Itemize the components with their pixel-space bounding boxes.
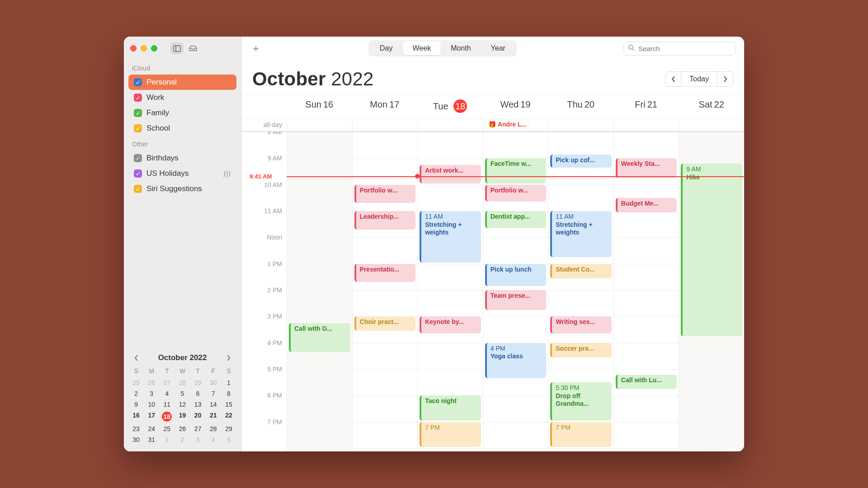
search-input[interactable]	[638, 45, 731, 52]
view-year[interactable]: Year	[481, 42, 515, 55]
day-col-tue[interactable]: Artist work...11 AMStretching + weightsK…	[417, 132, 483, 451]
checkbox-icon[interactable]: ✓	[134, 124, 142, 132]
checkbox-icon[interactable]: ✓	[134, 78, 142, 86]
day-col-mon[interactable]: Portfolio w...Leadership...Presentatio..…	[352, 132, 418, 451]
mini-day[interactable]: 10	[144, 399, 159, 410]
checkbox-icon[interactable]: ✓	[134, 169, 142, 178]
view-month[interactable]: Month	[441, 42, 481, 55]
event[interactable]: 11 AMStretching + weights	[550, 211, 612, 257]
mini-day[interactable]: 2	[175, 434, 190, 445]
allday-cell[interactable]	[613, 119, 679, 131]
day-col-wed[interactable]: FaceTime w...Portfolio w...Dentist app..…	[483, 132, 548, 451]
minimize-icon[interactable]	[141, 45, 147, 52]
calendar-item-us-holidays[interactable]: ✓US Holidays)))	[128, 166, 236, 181]
search-field[interactable]	[623, 42, 736, 56]
mini-day[interactable]: 25	[159, 423, 175, 434]
day-col-thu[interactable]: Pick up cof...11 AMStretching + weightsS…	[548, 132, 613, 451]
event[interactable]: Call with G...	[289, 323, 350, 352]
next-week-button[interactable]	[717, 71, 733, 87]
mini-day[interactable]: 20	[190, 410, 206, 423]
mini-day[interactable]: 3	[190, 434, 206, 445]
allday-cell[interactable]	[287, 119, 352, 131]
event[interactable]: Portfolio w...	[485, 185, 547, 202]
day-header-mon[interactable]: Mon17	[352, 99, 418, 113]
mini-day[interactable]: 26	[144, 377, 159, 388]
allday-cell[interactable]	[548, 119, 613, 131]
allday-cell[interactable]	[417, 119, 483, 131]
mini-day[interactable]: 21	[206, 410, 221, 423]
calendar-item-siri-suggestions[interactable]: ✓Siri Suggestions	[128, 181, 236, 197]
mini-day[interactable]: 4	[159, 388, 175, 399]
event[interactable]: Leadership...	[354, 211, 416, 230]
mini-day[interactable]: 3	[144, 388, 159, 399]
mini-day[interactable]: 19	[175, 410, 190, 423]
event[interactable]: 5:30 PMDrop off Grandma...	[550, 382, 612, 421]
event[interactable]: Artist work...	[420, 165, 481, 183]
mini-day[interactable]: 28	[206, 423, 221, 434]
mini-day[interactable]: 23	[128, 423, 144, 434]
mini-day[interactable]: 14	[206, 399, 221, 410]
today-button[interactable]: Today	[681, 71, 717, 87]
event[interactable]: Soccer pra...	[550, 343, 612, 357]
calendar-item-school[interactable]: ✓School	[128, 121, 236, 136]
event[interactable]: 7 PM	[550, 422, 612, 447]
day-header-thu[interactable]: Thu20	[548, 99, 613, 113]
event[interactable]: 11 AMStretching + weights	[420, 211, 481, 263]
day-header-sun[interactable]: Sun16	[287, 99, 352, 113]
day-header-tue[interactable]: Tue 18	[417, 99, 483, 113]
event[interactable]: FaceTime w...	[485, 158, 547, 183]
mini-day[interactable]: 26	[175, 423, 190, 434]
allday-event[interactable]: 🎁Andre L...	[485, 120, 530, 129]
mini-day[interactable]: 22	[221, 410, 236, 423]
event[interactable]: Call with Lu...	[616, 375, 677, 389]
mini-day[interactable]: 30	[206, 377, 221, 388]
view-day[interactable]: Day	[370, 42, 402, 55]
day-header-wed[interactable]: Wed19	[483, 99, 548, 113]
mini-day[interactable]: 29	[190, 377, 206, 388]
event[interactable]: Taco night	[420, 395, 481, 420]
day-col-fri[interactable]: Weekly Sta...Budget Me...Call with Lu...	[613, 132, 679, 451]
mini-day[interactable]: 13	[190, 399, 206, 410]
mini-day[interactable]: 1	[221, 377, 236, 388]
mini-day[interactable]: 9	[128, 399, 144, 410]
mini-day[interactable]: 30	[128, 434, 144, 445]
mini-day[interactable]: 7	[206, 388, 221, 399]
mini-day[interactable]: 12	[175, 399, 190, 410]
mini-day[interactable]: 5	[221, 434, 236, 445]
inbox-button[interactable]	[186, 42, 200, 54]
zoom-icon[interactable]	[151, 45, 157, 52]
mini-day[interactable]: 4	[206, 434, 221, 445]
event[interactable]: Keynote by...	[420, 316, 481, 333]
event[interactable]: Dentist app...	[485, 211, 547, 228]
event[interactable]: Writing ses...	[550, 316, 612, 333]
day-header-fri[interactable]: Fri21	[613, 99, 679, 113]
event[interactable]: Presentatio...	[354, 264, 416, 282]
allday-cell[interactable]	[352, 119, 418, 131]
mini-day[interactable]: 1	[159, 434, 175, 445]
mini-prev-month[interactable]	[131, 353, 141, 363]
event[interactable]: Pick up lunch	[485, 264, 547, 286]
event[interactable]: Budget Me...	[616, 198, 677, 212]
event[interactable]: Choir pract...	[354, 316, 416, 331]
day-col-sat[interactable]: 9 AMHike	[679, 132, 744, 451]
calendar-item-family[interactable]: ✓Family	[128, 105, 236, 121]
day-header-sat[interactable]: Sat22	[679, 99, 744, 113]
checkbox-icon[interactable]: ✓	[134, 185, 142, 193]
mini-day[interactable]: 8	[221, 388, 236, 399]
event[interactable]: Weekly Sta...	[616, 158, 677, 178]
view-week[interactable]: Week	[403, 42, 441, 55]
mini-day[interactable]: 16	[128, 410, 144, 423]
mini-day[interactable]: 27	[190, 423, 206, 434]
mini-day[interactable]: 24	[144, 423, 159, 434]
add-event-button[interactable]: ＋	[250, 42, 262, 55]
event[interactable]: Pick up cof...	[550, 155, 612, 168]
allday-cell[interactable]: 🎁Andre L...	[483, 119, 548, 131]
mini-day[interactable]: 2	[128, 388, 144, 399]
mini-day[interactable]: 15	[221, 399, 236, 410]
event[interactable]: Portfolio w...	[354, 185, 416, 203]
checkbox-icon[interactable]: ✓	[134, 109, 142, 117]
calendars-pane-button[interactable]	[170, 42, 184, 54]
close-icon[interactable]	[130, 45, 137, 52]
mini-day[interactable]: 25	[128, 377, 144, 388]
event[interactable]: Student Co...	[550, 264, 612, 278]
